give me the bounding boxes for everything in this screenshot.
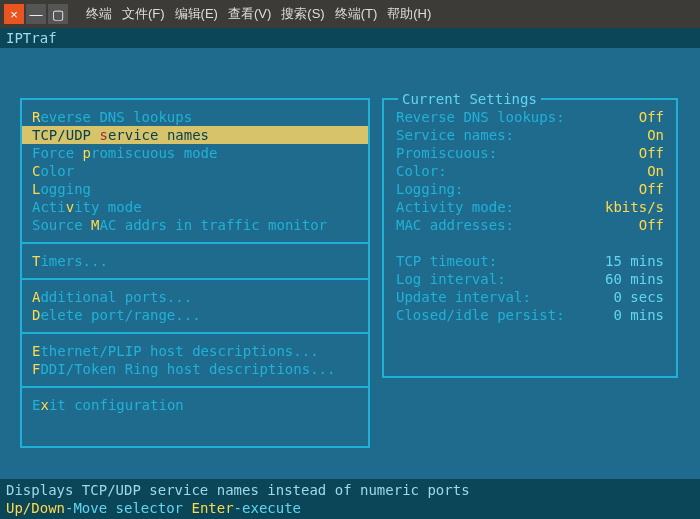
settings-value: On	[647, 162, 664, 180]
settings-label: TCP timeout:	[396, 252, 497, 270]
terminal-area: IPTraf Reverse DNS lookupsTCP/UDP servic…	[0, 28, 700, 519]
separator	[22, 270, 368, 288]
window-titlebar: × — ▢ 终端 文件(F) 编辑(E) 查看(V) 搜索(S) 终端(T) 帮…	[0, 0, 700, 28]
app-tab: IPTraf	[0, 28, 700, 48]
settings-value: 60 mins	[605, 270, 664, 288]
separator	[22, 234, 368, 252]
settings-row: Log interval:60 mins	[384, 270, 676, 288]
menu-item[interactable]: Logging	[22, 180, 368, 198]
settings-row: Promiscuous:Off	[384, 144, 676, 162]
settings-row: Service names:On	[384, 126, 676, 144]
settings-label: MAC addresses:	[396, 216, 514, 234]
menu-exit[interactable]: Exit configuration	[22, 396, 368, 414]
menu-item[interactable]: Force promiscuous mode	[22, 144, 368, 162]
menu-terminal[interactable]: 终端	[86, 5, 112, 23]
menu-item[interactable]: Source MAC addrs in traffic monitor	[22, 216, 368, 234]
settings-label: Update interval:	[396, 288, 531, 306]
settings-value: Off	[639, 180, 664, 198]
settings-value: Off	[639, 144, 664, 162]
settings-label: Activity mode:	[396, 198, 514, 216]
menu-file[interactable]: 文件(F)	[122, 5, 165, 23]
settings-row: Color:On	[384, 162, 676, 180]
current-settings-panel: Current Settings Reverse DNS lookups:Off…	[382, 98, 678, 378]
status-bar: Displays TCP/UDP service names instead o…	[0, 479, 700, 519]
settings-value: Off	[639, 216, 664, 234]
settings-row: Update interval:0 secs	[384, 288, 676, 306]
menu-help[interactable]: 帮助(H)	[387, 5, 431, 23]
menu-delete-port[interactable]: Delete port/range...	[22, 306, 368, 324]
settings-row: Activity mode:kbits/s	[384, 198, 676, 216]
settings-legend: Current Settings	[398, 90, 541, 108]
separator	[22, 324, 368, 342]
settings-label: Color:	[396, 162, 447, 180]
settings-label: Promiscuous:	[396, 144, 497, 162]
settings-value: 0 mins	[613, 306, 664, 324]
settings-label: Closed/idle persist:	[396, 306, 565, 324]
settings-label: Service names:	[396, 126, 514, 144]
menu-item[interactable]: Color	[22, 162, 368, 180]
settings-row: Reverse DNS lookups:Off	[384, 108, 676, 126]
settings-value: 15 mins	[605, 252, 664, 270]
menu-timers[interactable]: Timers...	[22, 252, 368, 270]
settings-label: Logging:	[396, 180, 463, 198]
settings-value: kbits/s	[605, 198, 664, 216]
status-description: Displays TCP/UDP service names instead o…	[6, 481, 694, 499]
menu-item[interactable]: Activity mode	[22, 198, 368, 216]
status-keys: Up/Down-Move selector Enter-execute	[6, 499, 694, 517]
menu-additional-ports[interactable]: Additional ports...	[22, 288, 368, 306]
settings-label: Log interval:	[396, 270, 506, 288]
minimize-icon[interactable]: —	[26, 4, 46, 24]
config-menu-panel: Reverse DNS lookupsTCP/UDP service names…	[20, 98, 370, 448]
settings-value: 0 secs	[613, 288, 664, 306]
maximize-icon[interactable]: ▢	[48, 4, 68, 24]
separator	[22, 378, 368, 396]
menu-edit[interactable]: 编辑(E)	[175, 5, 218, 23]
menu-item[interactable]: TCP/UDP service names	[22, 126, 368, 144]
menu-term[interactable]: 终端(T)	[335, 5, 378, 23]
menu-ethernet-desc[interactable]: Ethernet/PLIP host descriptions...	[22, 342, 368, 360]
menu-fddi-desc[interactable]: FDDI/Token Ring host descriptions...	[22, 360, 368, 378]
menubar: 终端 文件(F) 编辑(E) 查看(V) 搜索(S) 终端(T) 帮助(H)	[86, 5, 431, 23]
settings-label: Reverse DNS lookups:	[396, 108, 565, 126]
settings-row: MAC addresses:Off	[384, 216, 676, 234]
menu-item[interactable]: Reverse DNS lookups	[22, 108, 368, 126]
menu-view[interactable]: 查看(V)	[228, 5, 271, 23]
workspace: Reverse DNS lookupsTCP/UDP service names…	[0, 48, 700, 473]
settings-row: Closed/idle persist:0 mins	[384, 306, 676, 324]
close-icon[interactable]: ×	[4, 4, 24, 24]
menu-search[interactable]: 搜索(S)	[281, 5, 324, 23]
settings-value: On	[647, 126, 664, 144]
settings-value: Off	[639, 108, 664, 126]
settings-row: TCP timeout:15 mins	[384, 252, 676, 270]
settings-row: Logging:Off	[384, 180, 676, 198]
